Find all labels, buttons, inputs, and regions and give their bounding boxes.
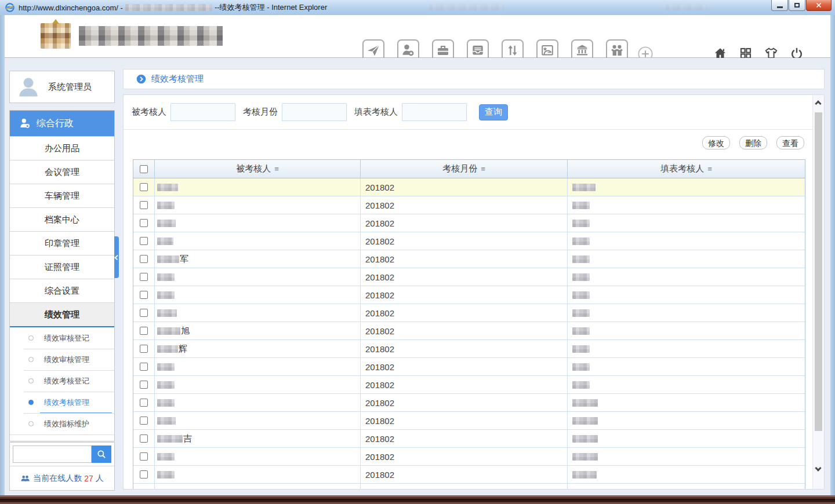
cell-month: 201802	[361, 340, 568, 357]
table-row[interactable]: 201802	[133, 448, 805, 466]
sidebar-subitem-label: 绩效指标维护	[44, 419, 89, 429]
radio-bullet-icon	[28, 335, 34, 341]
sidebar-section-header[interactable]: 综合行政	[10, 111, 114, 136]
search-button[interactable]: 查询	[479, 104, 508, 120]
table-row[interactable]: 吉 201802	[133, 430, 805, 448]
cell-assessee: 吉	[155, 430, 361, 447]
scroll-up-arrow[interactable]	[815, 100, 821, 107]
sidebar-subitem[interactable]: 绩效指标维护	[10, 413, 114, 434]
submenu-footer	[10, 434, 114, 441]
redacted-faint-text	[429, 4, 504, 10]
filter-input-month[interactable]	[282, 103, 347, 121]
cell-month: 201802	[361, 394, 568, 411]
row-checkbox[interactable]	[140, 345, 148, 353]
scroll-down-arrow[interactable]	[815, 465, 821, 471]
sidebar-item[interactable]: 证照管理	[10, 255, 114, 279]
row-checkbox[interactable]	[140, 417, 148, 425]
chevron-left-icon	[114, 254, 119, 260]
sort-icon[interactable]: ≡	[707, 165, 712, 173]
online-label: 当前在线人数	[33, 473, 82, 484]
redacted-reviewer	[572, 309, 590, 317]
view-button[interactable]: 查看	[776, 136, 804, 149]
table-row[interactable]: 201802	[133, 268, 805, 286]
modify-button[interactable]: 修改	[702, 136, 730, 149]
sidebar-item[interactable]: 综合设置	[10, 279, 114, 302]
cell-reviewer	[568, 358, 805, 375]
table-row[interactable]: 201802	[133, 214, 805, 232]
table-row[interactable]: 201802	[133, 178, 805, 196]
sort-icon[interactable]: ≡	[274, 165, 279, 173]
row-checkbox[interactable]	[140, 327, 148, 335]
table-row[interactable]: 201802	[133, 304, 805, 322]
sidebar-item[interactable]: 印章管理	[10, 231, 114, 255]
sidebar-item[interactable]: 办公用品	[10, 136, 114, 160]
minimize-button[interactable]	[771, 0, 788, 11]
row-checkbox[interactable]	[140, 434, 148, 443]
row-checkbox[interactable]	[140, 255, 148, 263]
redacted-reviewer	[572, 202, 590, 209]
maximize-button[interactable]	[789, 0, 805, 11]
sidebar-collapse-handle[interactable]	[114, 236, 119, 278]
table-row[interactable]: 旭 201802	[133, 322, 805, 340]
table-row[interactable]: 201802	[133, 394, 805, 412]
select-all-checkbox[interactable]	[140, 165, 148, 173]
table-row[interactable]: 201802	[133, 232, 805, 250]
redacted-reviewer	[572, 471, 597, 479]
redacted-name	[157, 381, 175, 389]
table-row[interactable]: 军 201802	[133, 250, 805, 268]
redacted-reviewer	[572, 238, 590, 245]
row-checkbox[interactable]	[140, 237, 148, 245]
table-row[interactable]: 辉 201802	[133, 340, 805, 358]
name-suffix: 辉	[179, 344, 187, 355]
sidebar-subitem[interactable]: 绩效考核登记	[10, 370, 114, 392]
table-row[interactable]: 201802	[133, 412, 805, 430]
redacted-name	[157, 417, 176, 425]
table-row[interactable]: 201802	[133, 196, 805, 214]
row-checkbox[interactable]	[140, 363, 148, 371]
filter-input-assessee[interactable]	[170, 103, 235, 121]
sidebar-item[interactable]: 车辆管理	[10, 184, 114, 207]
vertical-scrollbar[interactable]	[812, 95, 824, 489]
row-checkbox[interactable]	[140, 399, 148, 407]
company-logo	[41, 23, 223, 49]
sort-icon[interactable]: ≡	[481, 165, 485, 173]
table-row[interactable]: 201802	[133, 376, 805, 394]
row-checkbox[interactable]	[140, 219, 148, 227]
sidebar-subitem[interactable]: 绩效考核管理	[10, 392, 114, 413]
row-checkbox[interactable]	[140, 489, 148, 490]
row-checkbox[interactable]	[140, 183, 148, 191]
sidebar-subitem[interactable]: 绩效审核管理	[10, 349, 114, 370]
filter-input-reviewer[interactable]	[402, 103, 467, 121]
sidebar-item[interactable]: 档案中心	[10, 207, 114, 231]
redacted-name	[157, 255, 179, 263]
row-checkbox[interactable]	[140, 201, 148, 209]
sidebar-menu: 办公用品会议管理车辆管理档案中心印章管理证照管理综合设置绩效管理	[10, 136, 114, 327]
table-row[interactable]: 201802	[133, 358, 805, 376]
radio-bullet-icon	[28, 400, 34, 405]
sidebar-item[interactable]: 会议管理	[10, 160, 114, 184]
cell-month: 201802	[361, 448, 568, 465]
redacted-reviewer	[572, 363, 590, 371]
row-checkbox[interactable]	[140, 452, 148, 461]
row-checkbox[interactable]	[140, 470, 148, 479]
table-row[interactable]	[133, 484, 805, 490]
table-row[interactable]: 201802	[133, 286, 805, 304]
row-checkbox[interactable]	[140, 309, 148, 317]
sidebar-subitem[interactable]: 绩效审核登记	[10, 327, 114, 349]
table-row[interactable]: 201802	[133, 466, 805, 484]
sidebar-item[interactable]: 绩效管理	[10, 302, 114, 327]
close-button[interactable]	[806, 0, 832, 11]
sidebar-search-button[interactable]	[92, 445, 111, 463]
sidebar-menu-card: 综合行政 办公用品会议管理车辆管理档案中心印章管理证照管理综合设置绩效管理 绩效…	[9, 110, 115, 441]
action-buttons: 修改删除查看	[702, 136, 804, 149]
scrollbar-thumb[interactable]	[815, 112, 822, 431]
sidebar-search-input[interactable]	[13, 445, 92, 463]
redacted-reviewer	[572, 435, 598, 443]
cell-reviewer	[568, 430, 805, 447]
row-checkbox[interactable]	[140, 291, 148, 299]
cell-month: 201802	[361, 178, 568, 196]
row-checkbox[interactable]	[140, 273, 148, 281]
cell-reviewer	[568, 394, 805, 411]
row-checkbox[interactable]	[140, 381, 148, 389]
delete-button[interactable]: 删除	[739, 136, 767, 149]
